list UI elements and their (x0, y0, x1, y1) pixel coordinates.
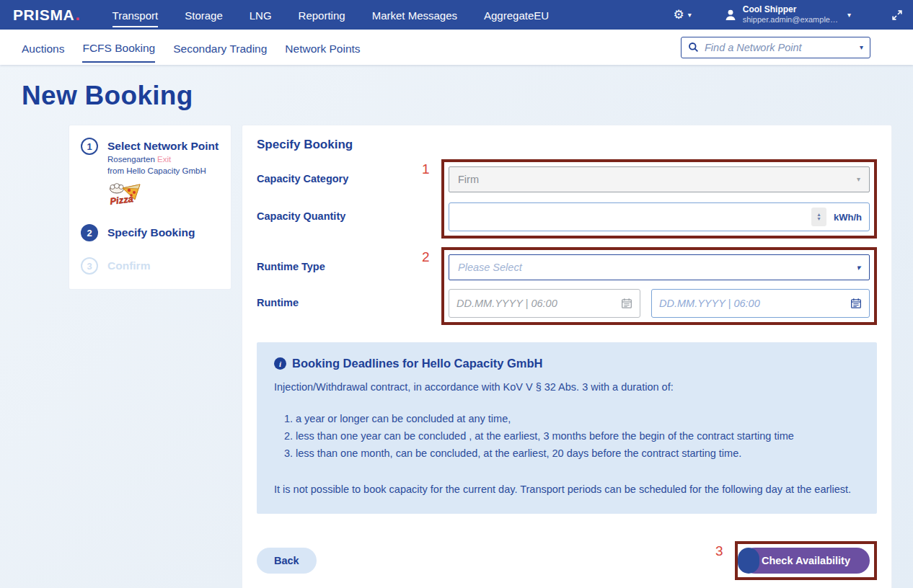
topbar-right: ⚙ ▾ Cool Shipper shipper.admin@example… … (673, 5, 903, 24)
fullscreen-button[interactable] (891, 9, 903, 21)
nav-item-reporting[interactable]: Reporting (299, 2, 345, 27)
unit-label: kWh/h (834, 212, 862, 223)
step-number: 3 (81, 257, 98, 275)
step-select-network-point: 1 Select Network Point Rosengarten Exit … (81, 139, 219, 208)
runtime-type-label: Runtime Type (257, 261, 325, 272)
logo-text: PRISMA (13, 6, 74, 24)
direction-badge: Exit (157, 155, 171, 164)
operator-name: from Hello Capacity GmbH (107, 166, 206, 175)
user-icon (723, 8, 738, 22)
logo-word: Pizza (110, 194, 134, 208)
infobox-note: It is not possible to book capacity for … (274, 481, 860, 498)
chevron-down-icon: ▾ (857, 176, 860, 183)
capacity-quantity-input[interactable] (455, 203, 804, 231)
form-heading: Specify Booking (257, 138, 877, 152)
step-confirm: 3 Confirm (81, 259, 219, 275)
runtime-type-select[interactable]: Please Select ▾ (449, 254, 870, 280)
nav-item-market-messages[interactable]: Market Messages (372, 2, 457, 27)
subnav-item-auctions[interactable]: Auctions (22, 33, 64, 62)
settings-menu[interactable]: ⚙ ▾ (673, 9, 691, 21)
subnav-item-network-points[interactable]: Network Points (285, 33, 360, 62)
step-title: Confirm (107, 259, 150, 272)
calendar-icon[interactable] (850, 298, 862, 309)
nav-item-transport[interactable]: Transport (113, 2, 159, 27)
user-name: Cool Shipper (743, 5, 838, 15)
specify-booking-card: Specify Booking Capacity Category Capaci… (242, 125, 891, 588)
runtime-label: Runtime (257, 297, 299, 308)
step-title: Specify Booking (107, 226, 195, 239)
page-title: New Booking (22, 81, 891, 111)
chevron-down-icon: ▾ (847, 12, 851, 19)
user-email: shipper.admin@example… (743, 15, 838, 24)
runtime-end-field[interactable] (651, 289, 870, 318)
list-item: less than one month, can be concluded, a… (296, 446, 860, 461)
subnav-item-fcfs-booking[interactable]: FCFS Booking (82, 32, 155, 63)
capacity-category-label: Capacity Category (257, 173, 348, 184)
annotation-digit-3: 3 (715, 543, 723, 559)
runtime-end-input[interactable] (659, 298, 844, 309)
chevron-down-icon: ▾ (688, 12, 692, 19)
chevron-down-icon: ▾ (856, 264, 860, 272)
search-icon (688, 42, 699, 53)
search-input[interactable] (705, 42, 854, 53)
chevron-down-icon[interactable]: ▾ (860, 44, 863, 51)
step-number: 2 (81, 224, 98, 241)
list-item: less than one year can be concluded , at… (296, 429, 860, 444)
booking-stepper: 1 Select Network Point Rosengarten Exit … (69, 125, 231, 289)
network-point-search[interactable]: ▾ (681, 37, 870, 58)
tso-pizza-logo: Pizza (107, 182, 219, 208)
check-availability-button[interactable]: Check Availability (742, 548, 870, 574)
number-stepper[interactable]: ▴ ▾ (811, 208, 826, 226)
capacity-quantity-label: Capacity Quantity (257, 210, 345, 222)
step-specify-booking: 2 Specify Booking (81, 226, 219, 241)
list-item: a year or longer can be concluded at any… (296, 411, 860, 427)
calendar-icon (621, 298, 632, 309)
annotation-box-3: 3 Check Availability (735, 541, 877, 580)
nav-item-aggregateeu[interactable]: AggregateEU (484, 2, 549, 27)
runtime-start-field (449, 289, 640, 318)
capacity-quantity-field: ▴ ▾ kWh/h (449, 202, 870, 231)
annotation-digit-1: 1 (422, 161, 430, 177)
nav-item-lng[interactable]: LNG (250, 2, 272, 27)
step-title: Select Network Point (107, 139, 219, 153)
info-icon: i (274, 357, 286, 370)
primary-nav: Transport Storage LNG Reporting Market M… (113, 2, 550, 27)
deadline-rules-list: a year or longer can be concluded at any… (296, 411, 860, 461)
runtime-type-placeholder: Please Select (458, 262, 522, 273)
step-number: 1 (81, 138, 98, 155)
secondary-nav: Auctions FCFS Booking Secondary Trading … (0, 30, 913, 65)
expand-icon (891, 9, 903, 21)
infobox-title: Booking Deadlines for Hello Capacity Gmb… (292, 357, 542, 370)
runtime-start-input (456, 298, 615, 309)
infobox-intro: Injection/Withdrawal contract, in accord… (274, 381, 860, 393)
subnav-item-secondary-trading[interactable]: Secondary Trading (173, 33, 267, 62)
capacity-category-value: Firm (458, 174, 479, 185)
capacity-category-select: Firm ▾ (449, 166, 870, 192)
stepper-down-icon[interactable]: ▾ (817, 217, 820, 221)
annotation-digit-2: 2 (422, 249, 430, 265)
booking-deadlines-infobox: i Booking Deadlines for Hello Capacity G… (257, 342, 877, 514)
prisma-logo[interactable]: PRISMA. (13, 6, 81, 24)
main-content: New Booking 1 Select Network Point Rosen… (0, 65, 913, 588)
nav-item-storage[interactable]: Storage (185, 2, 223, 27)
network-point-name: Rosengarten (107, 155, 155, 164)
top-navbar: PRISMA. Transport Storage LNG Reporting … (0, 0, 913, 30)
annotation-box-1: 1 Firm ▾ ▴ ▾ kWh/h (441, 159, 877, 239)
annotation-box-2: 2 Please Select ▾ (441, 247, 877, 325)
gear-icon: ⚙ (673, 9, 684, 21)
back-button[interactable]: Back (257, 548, 317, 574)
user-menu[interactable]: Cool Shipper shipper.admin@example… ▾ (723, 5, 851, 24)
